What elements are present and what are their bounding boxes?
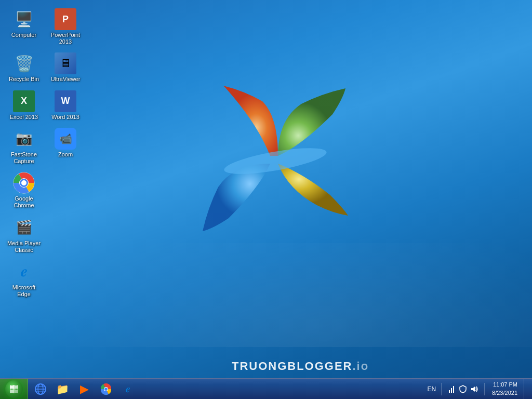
tray-icons — [445, 384, 481, 394]
svg-rect-15 — [453, 386, 454, 393]
powerpoint-label: PowerPoint 2013 — [48, 32, 83, 45]
mpc-icon: 🎬 — [13, 217, 35, 238]
zoom-label: Zoom — [58, 151, 73, 158]
taskbar: 📁 ▶ 𝒆 — [0, 378, 532, 399]
taskbar-explorer[interactable]: 📁 — [52, 380, 73, 398]
tray-separator — [441, 383, 442, 395]
faststone-icon: 📷 — [13, 128, 35, 150]
watermark-suffix: .io — [353, 360, 369, 373]
start-button[interactable] — [0, 379, 28, 400]
start-orb — [5, 380, 23, 398]
tray-shield-icon[interactable] — [458, 384, 468, 394]
word-icon: W — [55, 90, 76, 112]
svg-marker-16 — [471, 387, 475, 392]
svg-point-0 — [222, 143, 328, 179]
desktop-icon-computer[interactable]: 🖥️ Computer — [4, 5, 44, 48]
recyclebin-label: Recycle Bin — [9, 76, 39, 83]
mpc-label: Media Player Classic — [6, 240, 42, 254]
computer-icon: 🖥️ — [13, 8, 35, 30]
desktop: TRUONGBLOGGER.io 🖥️ Computer P PowerPoin… — [0, 0, 532, 399]
taskbar-wmp[interactable]: ▶ — [74, 380, 95, 398]
recyclebin-icon: 🗑️ — [13, 52, 35, 74]
zoom-icon: 📹 — [55, 128, 76, 150]
faststone-label: FastStone Capture — [6, 151, 42, 165]
language-indicator[interactable]: EN — [425, 384, 438, 394]
tray-volume-icon[interactable] — [470, 384, 479, 394]
chrome-label: Google Chrome — [6, 195, 42, 209]
edge-label: Microsoft Edge — [6, 284, 42, 298]
chrome-icon — [13, 172, 35, 194]
clock[interactable]: 11:07 PM 8/23/2021 — [488, 381, 522, 397]
taskbar-ie[interactable] — [30, 380, 51, 398]
desktop-icon-ultraviewer[interactable]: 🖥 UltraViewer — [46, 49, 85, 86]
clock-time: 11:07 PM — [493, 381, 517, 389]
svg-rect-13 — [449, 390, 450, 393]
desktop-icon-powerpoint[interactable]: P PowerPoint 2013 — [46, 5, 85, 48]
edge-icon: 𝒆 — [13, 261, 35, 283]
powerpoint-icon: P — [55, 8, 76, 30]
svg-point-5 — [21, 180, 26, 185]
watermark: TRUONGBLOGGER.io — [232, 360, 369, 373]
desktop-icon-chrome[interactable]: Google Chrome — [4, 169, 44, 212]
tray-separator-2 — [484, 383, 485, 395]
desktop-icons: 🖥️ Computer P PowerPoint 2013 🗑️ Recycle… — [4, 5, 85, 302]
excel-label: Excel 2013 — [10, 114, 38, 121]
desktop-icon-mpc[interactable]: 🎬 Media Player Classic — [4, 214, 44, 257]
svg-rect-14 — [451, 388, 452, 393]
desktop-icon-recyclebin[interactable]: 🗑️ Recycle Bin — [4, 49, 44, 86]
system-tray: EN — [421, 379, 532, 399]
desktop-icon-zoom[interactable]: 📹 Zoom — [46, 125, 85, 168]
svg-point-12 — [104, 388, 108, 391]
clock-date: 8/23/2021 — [492, 389, 517, 397]
taskbar-pinned-apps: 📁 ▶ 𝒆 — [28, 379, 140, 399]
excel-icon: X — [13, 90, 35, 112]
taskbar-chrome[interactable] — [96, 380, 116, 398]
windows-logo — [197, 83, 353, 239]
tray-network-icon[interactable] — [447, 384, 456, 394]
computer-label: Computer — [11, 32, 36, 38]
word-label: Word 2013 — [51, 114, 79, 121]
desktop-icon-word[interactable]: W Word 2013 — [46, 87, 85, 124]
desktop-icon-edge[interactable]: 𝒆 Microsoft Edge — [4, 258, 44, 301]
ultraviewer-label: UltraViewer — [51, 76, 81, 83]
taskbar-edge[interactable]: 𝒆 — [117, 380, 138, 398]
desktop-icon-faststone[interactable]: 📷 FastStone Capture — [4, 125, 44, 168]
desktop-icon-excel[interactable]: X Excel 2013 — [4, 87, 44, 124]
ultraviewer-icon: 🖥 — [55, 52, 76, 74]
show-desktop-button[interactable] — [524, 379, 528, 399]
watermark-text: TRUONGBLOGGER — [232, 360, 353, 373]
